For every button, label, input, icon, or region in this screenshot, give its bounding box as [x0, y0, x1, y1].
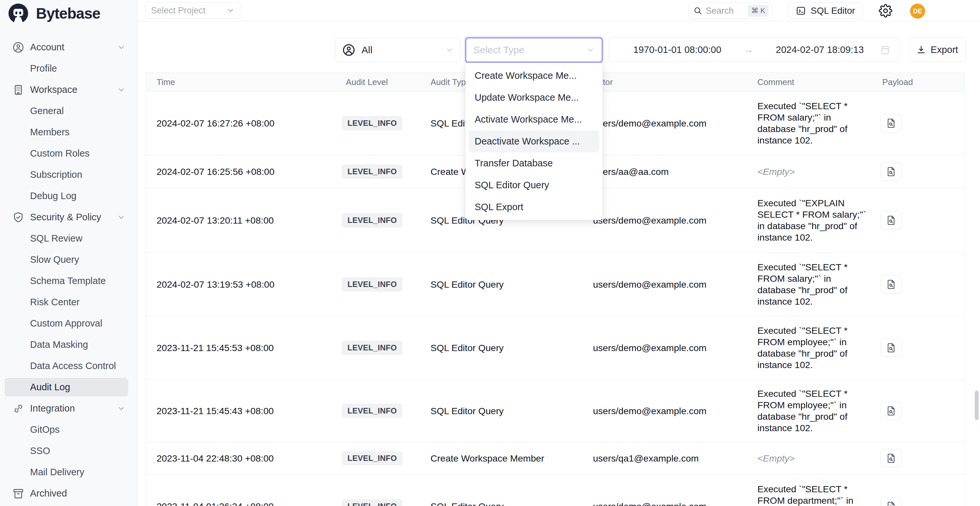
search-input[interactable]: Search ⌘ K: [689, 3, 772, 19]
archive-icon: [12, 487, 25, 500]
file-search-icon: [886, 453, 897, 464]
sql-editor-button[interactable]: SQL Editor: [788, 3, 863, 19]
menu-option-sql-export[interactable]: SQL Export: [466, 196, 603, 218]
cell-payload: [881, 339, 902, 357]
level-badge: LEVEL_INFO: [342, 404, 402, 418]
cell-comment: Executed `"SELECT * FROM employee;"` in …: [757, 325, 888, 371]
cell-audit-level: LEVEL_INFO: [342, 116, 402, 130]
view-payload-button[interactable]: [881, 275, 902, 294]
col-header-time: Time: [157, 77, 175, 87]
sidebar-item-risk-center[interactable]: Risk Center: [0, 291, 137, 313]
sidebar-item-debug-log[interactable]: Debug Log: [0, 185, 137, 207]
cell-audit-level: LEVEL_INFO: [342, 451, 402, 465]
level-badge: LEVEL_INFO: [342, 341, 402, 355]
sidebar-item-archived[interactable]: Archived: [0, 483, 137, 504]
view-payload-button[interactable]: [881, 497, 902, 506]
cell-actor: users/demo@example.com: [593, 406, 706, 417]
sidebar-item-label: Integration: [30, 403, 75, 414]
type-filter-select[interactable]: Select Type: [466, 38, 603, 62]
chevron-down-icon: [117, 213, 126, 222]
cell-audit-level: LEVEL_INFO: [342, 277, 402, 291]
date-range-picker[interactable]: 1970-01-01 08:00:00 → 2024-02-07 18:09:1…: [609, 38, 900, 62]
bytebase-logo[interactable]: Bytebase: [8, 3, 100, 24]
cell-comment: <Empty>: [757, 453, 888, 464]
sidebar-item-profile[interactable]: Profile: [0, 58, 137, 79]
view-payload-button[interactable]: [881, 162, 902, 181]
cell-time: 2024-02-07 13:19:53 +08:00: [157, 279, 275, 290]
sidebar-item-slow-query[interactable]: Slow Query: [0, 249, 137, 271]
vertical-scrollbar[interactable]: [975, 391, 979, 420]
sidebar-item-subscription[interactable]: Subscription: [0, 164, 137, 185]
menu-option-sql-editor-query[interactable]: SQL Editor Query: [466, 174, 603, 196]
level-badge: LEVEL_INFO: [342, 277, 402, 291]
sidebar-item-label: Debug Log: [30, 191, 76, 201]
sidebar-item-audit-log[interactable]: Audit Log: [0, 377, 137, 398]
sidebar-item-mail-delivery[interactable]: Mail Delivery: [0, 461, 137, 483]
sidebar-item-data-access-control[interactable]: Data Access Control: [0, 355, 137, 377]
sidebar-item-workspace[interactable]: Workspace: [0, 79, 137, 100]
view-payload-button[interactable]: [881, 449, 902, 468]
actor-filter-select[interactable]: All: [335, 38, 461, 62]
cell-audit-type: Create Workspace Member: [431, 453, 544, 464]
settings-gear-icon[interactable]: [878, 3, 893, 18]
view-payload-button[interactable]: [881, 402, 902, 420]
cell-time: 2023-11-04 22:48:30 +08:00: [157, 453, 274, 464]
cell-payload: [881, 162, 902, 181]
chevron-down-icon: [117, 404, 126, 413]
menu-option-update-workspace-me[interactable]: Update Workspace Me...: [466, 87, 603, 108]
sidebar-item-custom-approval[interactable]: Custom Approval: [0, 313, 137, 334]
sidebar-item-account[interactable]: Account: [0, 37, 137, 58]
sidebar-item-custom-roles[interactable]: Custom Roles: [0, 143, 137, 164]
sidebar-item-security-policy[interactable]: Security & Policy: [0, 207, 137, 228]
sidebar-item-gitops[interactable]: GitOps: [0, 419, 137, 440]
table-row: 2023-11-04 22:48:30 +08:00 LEVEL_INFO Cr…: [146, 442, 965, 475]
file-search-icon: [886, 405, 897, 417]
col-header-level: Audit Level: [346, 77, 388, 87]
bytebase-logo-icon: [8, 3, 29, 24]
file-search-icon: [886, 279, 897, 290]
table-row: 2023-11-21 15:45:53 +08:00 LEVEL_INFO SQ…: [146, 316, 965, 380]
view-payload-button[interactable]: [881, 339, 902, 357]
sidebar-item-label: Custom Approval: [30, 318, 102, 329]
menu-option-create-workspace-me[interactable]: Create Workspace Me...: [466, 65, 603, 87]
export-button[interactable]: Export: [909, 38, 966, 62]
date-to-value[interactable]: 2024-02-07 18:09:13: [760, 45, 880, 55]
sidebar-item-sql-review[interactable]: SQL Review: [0, 228, 137, 249]
search-placeholder: Search: [706, 6, 745, 16]
user-avatar[interactable]: DE: [910, 3, 925, 19]
level-badge: LEVEL_INFO: [342, 499, 402, 506]
sidebar-item-label: SQL Review: [30, 233, 83, 244]
sidebar-item-members[interactable]: Members: [0, 122, 137, 143]
sidebar-item-data-masking[interactable]: Data Masking: [0, 334, 137, 355]
project-select[interactable]: Select Project: [145, 2, 240, 19]
sidebar-item-sso[interactable]: SSO: [0, 440, 137, 461]
menu-option-transfer-database[interactable]: Transfer Database: [466, 152, 603, 174]
date-from-value[interactable]: 1970-01-01 08:00:00: [617, 45, 737, 55]
cell-payload: [881, 211, 902, 229]
sidebar-item-label: Data Access Control: [30, 361, 116, 371]
sidebar-item-integration[interactable]: Integration: [0, 398, 137, 419]
view-payload-button[interactable]: [881, 114, 902, 132]
cell-time: 2024-02-07 16:27:26 +08:00: [157, 118, 275, 129]
sidebar-item-schema-template[interactable]: Schema Template: [0, 271, 137, 291]
cell-audit-level: LEVEL_INFO: [342, 404, 402, 418]
menu-option-activate-workspace-me[interactable]: Activate Workspace Me...: [466, 108, 603, 130]
sidebar-item-general[interactable]: General: [0, 100, 137, 122]
col-header-payload: Payload: [882, 77, 913, 87]
menu-option-deactivate-workspace[interactable]: Deactivate Workspace ...: [469, 130, 599, 152]
cell-payload: [881, 449, 902, 468]
sidebar-item-label: Slow Query: [30, 254, 79, 265]
search-shortcut-badge: ⌘ K: [748, 5, 768, 17]
sidebar-nav: AccountProfileWorkspaceGeneralMembersCus…: [0, 37, 137, 504]
level-badge: LEVEL_INFO: [342, 213, 402, 228]
sidebar-item-label: Audit Log: [30, 382, 70, 393]
cell-audit-type: SQL Editor Query: [431, 501, 504, 506]
brand-name: Bytebase: [36, 5, 100, 22]
cell-payload: [881, 275, 902, 294]
col-header-comment: Comment: [757, 77, 794, 87]
sidebar-item-label: SSO: [30, 446, 50, 456]
view-payload-button[interactable]: [881, 211, 902, 229]
sidebar-item-label: Schema Template: [30, 275, 106, 286]
cell-time: 2024-02-07 13:20:11 +08:00: [157, 215, 274, 226]
user-circle-icon: [12, 41, 25, 54]
